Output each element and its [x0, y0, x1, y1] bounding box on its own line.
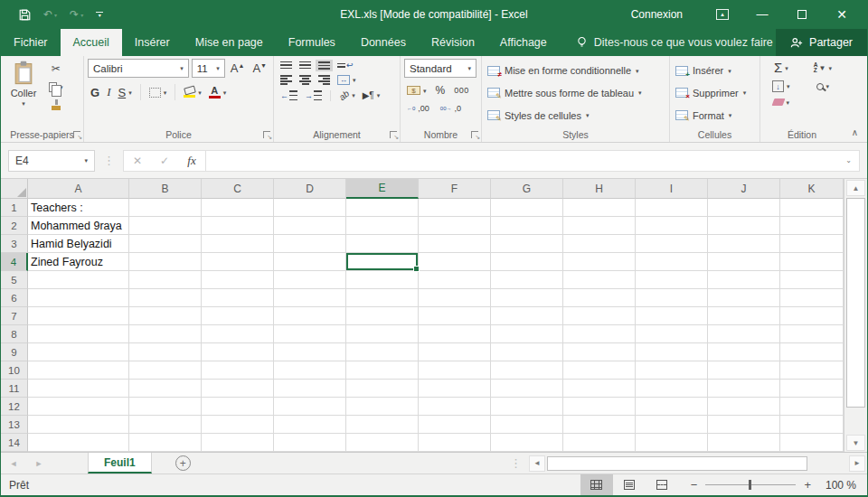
row-header-9[interactable]: 9 — [1, 343, 28, 361]
cell-C11[interactable] — [202, 380, 274, 398]
customize-qat-icon[interactable]: ▾ — [96, 12, 103, 17]
bold-button[interactable]: G — [88, 84, 102, 101]
number-format-combo[interactable]: Standard ▾ — [404, 59, 476, 78]
cell-F13[interactable] — [419, 416, 491, 434]
column-header-F[interactable]: F — [419, 179, 491, 199]
row-header-1[interactable]: 1 — [1, 199, 28, 217]
cell-G1[interactable] — [491, 199, 563, 217]
cell-B11[interactable] — [129, 380, 202, 398]
tab-révision[interactable]: Révision — [419, 29, 487, 56]
expand-formula-bar-icon[interactable]: ⌄ — [845, 157, 852, 164]
borders-button[interactable]: ▾ — [146, 86, 170, 99]
column-header-G[interactable]: G — [491, 179, 563, 199]
cell-A4[interactable]: Zined Fayrouz — [28, 253, 129, 271]
row-header-5[interactable]: 5 — [1, 271, 28, 289]
cell-F10[interactable] — [419, 361, 491, 380]
cell-B6[interactable] — [129, 289, 202, 307]
row-header-14[interactable]: 14 — [1, 434, 28, 452]
cell-G11[interactable] — [491, 380, 563, 398]
cell-A8[interactable] — [28, 325, 129, 343]
cell-K5[interactable] — [780, 271, 844, 289]
row-header-3[interactable]: 3 — [1, 235, 28, 253]
font-name-combo[interactable]: Calibri ▾ — [88, 59, 189, 78]
column-header-I[interactable]: I — [636, 179, 708, 199]
cell-I3[interactable] — [636, 235, 708, 253]
cell-F14[interactable] — [419, 434, 491, 452]
cell-J11[interactable] — [708, 380, 780, 398]
cell-C1[interactable] — [202, 199, 274, 217]
cell-A13[interactable] — [28, 416, 129, 434]
cell-B12[interactable] — [129, 398, 202, 416]
cell-E2[interactable] — [346, 217, 419, 235]
cell-J8[interactable] — [708, 325, 780, 343]
row-header-7[interactable]: 7 — [1, 307, 28, 325]
cell-I1[interactable] — [636, 199, 708, 217]
column-header-B[interactable]: B — [129, 179, 202, 199]
cell-J6[interactable] — [708, 289, 780, 307]
column-header-K[interactable]: K — [780, 179, 844, 199]
cell-D4[interactable] — [274, 253, 346, 271]
cell-B13[interactable] — [129, 416, 202, 434]
cell-G7[interactable] — [491, 307, 563, 325]
cell-C14[interactable] — [202, 434, 274, 452]
cell-A14[interactable] — [28, 434, 129, 452]
cell-H5[interactable] — [563, 271, 636, 289]
row-header-6[interactable]: 6 — [1, 289, 28, 307]
horizontal-scroll-thumb[interactable] — [547, 456, 807, 471]
cell-A2[interactable]: Mohammed 9raya — [28, 217, 129, 235]
cell-H3[interactable] — [563, 235, 636, 253]
font-size-combo[interactable]: 11 ▾ — [192, 59, 225, 78]
cell-C10[interactable] — [202, 361, 274, 380]
cell-A3[interactable]: Hamid Belyazidi — [28, 235, 129, 253]
vertical-scrollbar[interactable]: ▲ ▼ — [844, 179, 867, 452]
scroll-down-icon[interactable]: ▼ — [846, 435, 865, 451]
cell-K10[interactable] — [780, 361, 844, 380]
tab-affichage[interactable]: Affichage — [487, 29, 560, 56]
cell-D12[interactable] — [274, 398, 346, 416]
cell-H4[interactable] — [563, 253, 636, 271]
clipboard-dialog-launcher-icon[interactable] — [73, 131, 80, 138]
cell-I6[interactable] — [636, 289, 708, 307]
format-cells-button[interactable]: ✎ Format▾ — [674, 109, 756, 122]
cell-A10[interactable] — [28, 361, 129, 380]
cell-D13[interactable] — [274, 416, 346, 434]
cell-F9[interactable] — [419, 343, 491, 361]
cell-C6[interactable] — [202, 289, 274, 307]
cell-H10[interactable] — [563, 361, 636, 380]
row-header-13[interactable]: 13 — [1, 416, 28, 434]
cell-I12[interactable] — [636, 398, 708, 416]
cell-F6[interactable] — [419, 289, 491, 307]
decrease-indent-button[interactable]: ← — [278, 89, 300, 102]
page-break-view-button[interactable] — [646, 474, 678, 495]
conditional-formatting-button[interactable]: ≠ Mise en forme conditionnelle▾ — [486, 64, 665, 77]
copy-button[interactable]: ▾ — [46, 80, 66, 94]
align-right-button[interactable] — [316, 73, 333, 87]
cell-J7[interactable] — [708, 307, 780, 325]
cell-D2[interactable] — [274, 217, 346, 235]
increase-indent-button[interactable]: → — [302, 89, 325, 102]
tab-données[interactable]: Données — [348, 29, 419, 56]
ribbon-display-options-icon[interactable]: ▴ — [703, 0, 742, 29]
cell-H11[interactable] — [563, 380, 636, 398]
collapse-ribbon-icon[interactable]: ∧ — [852, 127, 858, 137]
increase-decimal-button[interactable]: ←0,00 — [404, 102, 432, 115]
autosum-button[interactable]: Σ▾ — [764, 60, 798, 76]
tab-formules[interactable]: Formules — [276, 29, 348, 56]
cell-F3[interactable] — [419, 235, 491, 253]
zoom-slider[interactable] — [705, 484, 796, 485]
cell-E1[interactable] — [346, 199, 419, 217]
cell-B1[interactable] — [129, 199, 202, 217]
merge-center-button[interactable]: ↔▾ — [335, 73, 359, 87]
cell-J2[interactable] — [708, 217, 780, 235]
cell-K11[interactable] — [780, 380, 844, 398]
italic-button[interactable]: I — [104, 83, 113, 101]
font-dialog-launcher-icon[interactable] — [263, 131, 270, 138]
cell-E13[interactable] — [346, 416, 419, 434]
cell-A5[interactable] — [28, 271, 129, 289]
cell-D7[interactable] — [274, 307, 346, 325]
cell-C9[interactable] — [202, 343, 274, 361]
align-top-button[interactable] — [278, 60, 295, 71]
zoom-in-button[interactable]: + — [804, 478, 811, 492]
cell-G8[interactable] — [491, 325, 563, 343]
cell-D5[interactable] — [274, 271, 346, 289]
